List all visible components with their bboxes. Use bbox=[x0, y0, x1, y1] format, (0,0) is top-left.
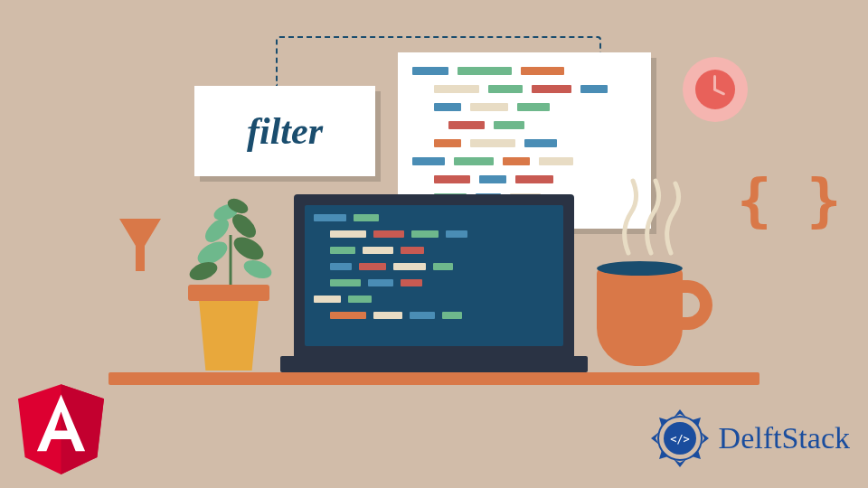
svg-text:</>: </> bbox=[670, 433, 690, 446]
plant-pot bbox=[193, 294, 265, 371]
coffee-mug-icon bbox=[597, 258, 696, 366]
plant-icon bbox=[176, 190, 285, 294]
plant-pot-rim bbox=[188, 285, 269, 301]
filter-card: filter bbox=[194, 86, 375, 176]
desk-surface bbox=[108, 372, 760, 385]
steam-icon bbox=[615, 176, 687, 258]
delftstack-emblem-icon: </> bbox=[648, 407, 712, 470]
angular-logo-icon bbox=[18, 384, 104, 474]
svg-point-7 bbox=[241, 257, 274, 282]
clock-icon bbox=[683, 57, 748, 122]
laptop-screen bbox=[294, 194, 574, 357]
filter-label: filter bbox=[247, 109, 323, 153]
laptop-base bbox=[280, 356, 588, 372]
delftstack-logo: </> DelftStack bbox=[648, 407, 850, 470]
braces-icon: { } bbox=[737, 167, 842, 234]
funnel-icon bbox=[118, 217, 163, 276]
brand-text: DelftStack bbox=[719, 421, 850, 455]
